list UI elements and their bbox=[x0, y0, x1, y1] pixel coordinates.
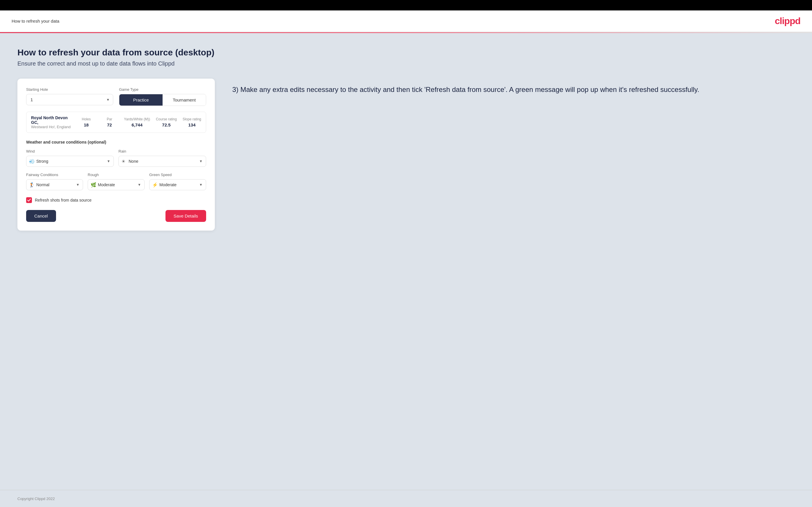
par-value: 72 bbox=[107, 122, 112, 127]
course-rating-value: 72.5 bbox=[162, 122, 170, 127]
game-type-label: Game Type bbox=[119, 87, 206, 92]
logo: clippd bbox=[775, 16, 800, 26]
slope-rating-label: Slope rating bbox=[183, 117, 201, 121]
starting-hole-select[interactable]: 1 10 bbox=[26, 94, 113, 105]
header-title: How to refresh your data bbox=[12, 18, 59, 23]
page-subtitle: Ensure the correct and most up to date d… bbox=[17, 60, 795, 67]
slope-rating-stat: Slope rating 134 bbox=[183, 117, 201, 127]
wind-group: Wind 💨 Strong Calm Light Moderate ▼ bbox=[26, 149, 114, 167]
fairway-select-wrapper: 🏌 Normal Soft Hard ▼ bbox=[26, 179, 83, 190]
green-speed-label: Green Speed bbox=[149, 173, 206, 177]
action-buttons: Cancel Save Details bbox=[26, 210, 206, 222]
game-type-buttons: Practice Tournament bbox=[119, 94, 206, 106]
par-label: Par bbox=[107, 117, 112, 121]
green-speed-select-wrapper: ⚡ Moderate Slow Fast ▼ bbox=[149, 179, 206, 190]
yards-stat: Yards/White (M)) 6,744 bbox=[124, 117, 150, 127]
main-content: How to refresh your data from source (de… bbox=[0, 33, 812, 490]
top-bar bbox=[0, 0, 812, 10]
wind-label: Wind bbox=[26, 149, 114, 154]
game-type-group: Game Type Practice Tournament bbox=[119, 87, 206, 106]
wind-select[interactable]: Strong Calm Light Moderate bbox=[26, 156, 114, 167]
copyright-text: Copyright Clippd 2022 bbox=[17, 497, 55, 501]
fairway-label: Fairway Conditions bbox=[26, 173, 83, 177]
save-button[interactable]: Save Details bbox=[165, 210, 206, 222]
rough-select[interactable]: Moderate Light Heavy bbox=[88, 179, 145, 190]
content-area: Starting Hole 1 10 ▼ Game Type Practice … bbox=[17, 78, 795, 231]
slope-rating-value: 134 bbox=[188, 122, 195, 127]
course-row: Royal North Devon GC, Westward Ho!, Engl… bbox=[27, 112, 206, 132]
refresh-label: Refresh shots from data source bbox=[35, 198, 92, 203]
conditions-wind-rain: Wind 💨 Strong Calm Light Moderate ▼ Rain bbox=[26, 149, 206, 167]
refresh-checkbox[interactable] bbox=[26, 197, 32, 203]
refresh-checkbox-row: Refresh shots from data source bbox=[26, 197, 206, 203]
tournament-button[interactable]: Tournament bbox=[163, 94, 206, 106]
holes-stat: Holes 18 bbox=[78, 117, 95, 127]
rain-select[interactable]: None Light Heavy bbox=[118, 156, 206, 167]
course-rating-label: Course rating bbox=[156, 117, 177, 121]
form-card: Starting Hole 1 10 ▼ Game Type Practice … bbox=[17, 78, 215, 231]
par-stat: Par 72 bbox=[101, 117, 118, 127]
header: How to refresh your data clippd bbox=[0, 10, 812, 32]
yards-label: Yards/White (M)) bbox=[124, 117, 150, 121]
course-table: Royal North Devon GC, Westward Ho!, Engl… bbox=[26, 112, 206, 133]
practice-button[interactable]: Practice bbox=[119, 94, 163, 106]
holes-value: 18 bbox=[84, 122, 89, 127]
course-name: Royal North Devon GC, bbox=[31, 115, 72, 125]
fairway-group: Fairway Conditions 🏌 Normal Soft Hard ▼ bbox=[26, 173, 83, 190]
rain-group: Rain ☀ None Light Heavy ▼ bbox=[118, 149, 206, 167]
top-form-row: Starting Hole 1 10 ▼ Game Type Practice … bbox=[26, 87, 206, 106]
yards-value: 6,744 bbox=[132, 122, 143, 127]
conditions-row2: Fairway Conditions 🏌 Normal Soft Hard ▼ … bbox=[26, 173, 206, 190]
course-location: Westward Ho!, England bbox=[31, 125, 72, 129]
conditions-title: Weather and course conditions (optional) bbox=[26, 140, 206, 145]
starting-hole-wrapper: 1 10 ▼ bbox=[26, 94, 113, 105]
green-speed-select[interactable]: Moderate Slow Fast bbox=[149, 179, 206, 190]
green-speed-group: Green Speed ⚡ Moderate Slow Fast ▼ bbox=[149, 173, 206, 190]
rain-select-wrapper: ☀ None Light Heavy ▼ bbox=[118, 156, 206, 167]
rain-label: Rain bbox=[118, 149, 206, 154]
wind-select-wrapper: 💨 Strong Calm Light Moderate ▼ bbox=[26, 156, 114, 167]
holes-label: Holes bbox=[82, 117, 91, 121]
page-heading: How to refresh your data from source (de… bbox=[17, 48, 795, 57]
side-description: 3) Make any extra edits necessary to the… bbox=[232, 78, 795, 95]
rough-select-wrapper: 🌿 Moderate Light Heavy ▼ bbox=[88, 179, 145, 190]
starting-hole-group: Starting Hole 1 10 ▼ bbox=[26, 87, 113, 106]
starting-hole-label: Starting Hole bbox=[26, 87, 113, 92]
footer: Copyright Clippd 2022 bbox=[0, 490, 812, 507]
cancel-button[interactable]: Cancel bbox=[26, 210, 56, 222]
fairway-select[interactable]: Normal Soft Hard bbox=[26, 179, 83, 190]
side-text: 3) Make any extra edits necessary to the… bbox=[232, 84, 795, 95]
course-rating-stat: Course rating 72.5 bbox=[156, 117, 177, 127]
course-name-col: Royal North Devon GC, Westward Ho!, Engl… bbox=[31, 115, 72, 129]
rough-group: Rough 🌿 Moderate Light Heavy ▼ bbox=[88, 173, 145, 190]
rough-label: Rough bbox=[88, 173, 145, 177]
